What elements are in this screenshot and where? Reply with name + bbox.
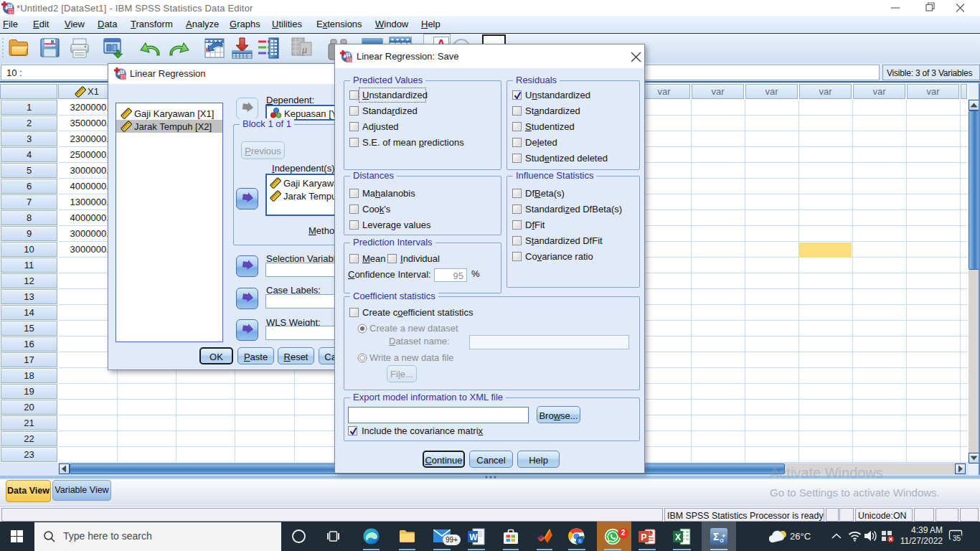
svg-text:W: W (469, 532, 478, 542)
svg-text:P: P (641, 532, 647, 542)
svg-text:c: c (578, 537, 581, 544)
svg-text:μ: μ (301, 44, 307, 55)
svg-text:X: X (675, 532, 681, 542)
svg-text:Σ: Σ (713, 531, 719, 542)
svg-text:α: α (720, 537, 724, 544)
